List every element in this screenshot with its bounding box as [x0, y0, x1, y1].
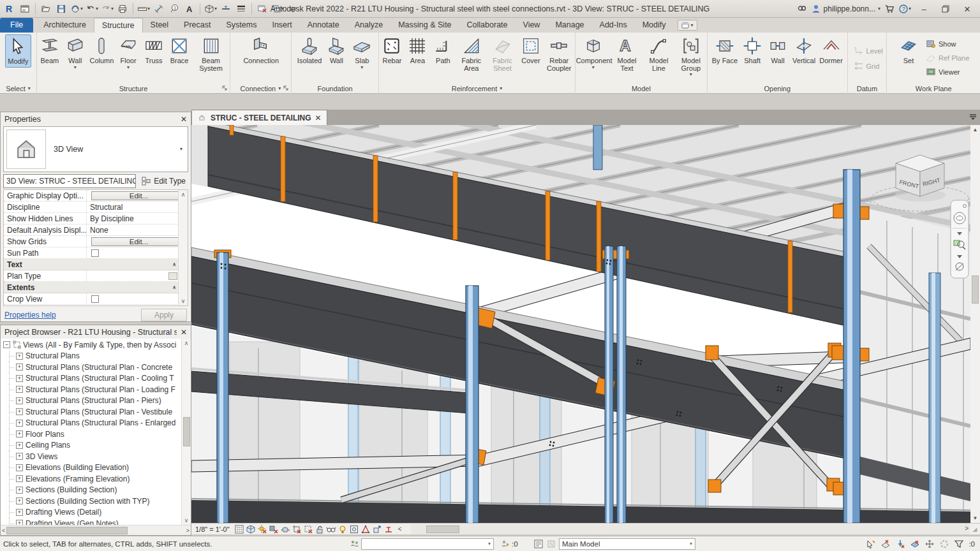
revit-logo[interactable]: R [3, 1, 17, 17]
apply-button[interactable]: Apply [141, 309, 187, 321]
3d-model-view[interactable]: FRONT RIGHT [191, 125, 970, 523]
collapse-chevron-icon[interactable]: ∧ [172, 284, 176, 290]
model-line-button[interactable]: Model Line [642, 34, 674, 73]
user-account[interactable]: philippe.bonn... ▾ [811, 4, 880, 14]
dropdown-caret-icon[interactable]: ▾ [147, 6, 150, 11]
show-work-plane-button[interactable]: Show [924, 38, 971, 50]
shadows-icon[interactable] [268, 524, 279, 534]
tree-item[interactable]: +Elevations (Framing Elevation) [1, 473, 191, 485]
select-pinned-icon[interactable] [895, 539, 905, 549]
minimize-button[interactable]: – [915, 2, 933, 16]
fabric-sheet-button[interactable]: Fabric Sheet [487, 34, 518, 73]
tree-item[interactable]: +Drafting Views (Detail) [1, 507, 191, 518]
property-row[interactable]: Crop View [4, 293, 188, 305]
property-section[interactable]: Extents∧ [4, 282, 188, 293]
view-scale[interactable]: 1/8" = 1'-0" [191, 525, 234, 533]
sun-path-icon[interactable] [256, 524, 268, 534]
project-browser-header[interactable]: Project Browser - R21 LTU Housing - Stru… [1, 325, 191, 339]
property-row[interactable]: Show GridsEdit... [4, 236, 188, 247]
resize-grip[interactable]: ◢ [970, 524, 980, 534]
dialog-launcher-icon[interactable] [222, 85, 228, 92]
edit-button[interactable]: Edit... [91, 237, 186, 246]
tree-item[interactable]: +Sections (Building Section) [1, 485, 191, 496]
tree-item[interactable]: +3D Views [1, 451, 191, 462]
tag-icon[interactable]: 1 [167, 1, 181, 17]
select-links-icon[interactable] [866, 539, 876, 549]
level-button[interactable]: 1Level [852, 45, 885, 57]
default-3d-view-icon[interactable]: ▾ [204, 1, 218, 17]
scrollbar-thumb[interactable] [972, 276, 979, 304]
editing-requests-icon[interactable] [500, 539, 510, 549]
tab-file[interactable]: File [0, 18, 33, 33]
section-icon[interactable] [219, 1, 233, 17]
file-window-icon[interactable] [18, 1, 32, 17]
close-button[interactable]: ✕ [958, 2, 976, 16]
tree-item[interactable]: +Floor Plans [1, 429, 191, 440]
tree-root-views[interactable]: − Views (All - By Family & Type, then by… [1, 339, 191, 351]
dialog-launcher-icon[interactable] [283, 85, 289, 92]
ref-plane-button[interactable]: Ref Plane [924, 52, 971, 64]
tree-item[interactable]: +Structural Plans (Structural Plans - En… [1, 418, 191, 429]
truss-button[interactable]: Truss [141, 34, 167, 66]
tab-architecture[interactable]: Architecture [36, 18, 94, 33]
close-view-icon[interactable]: ✕ [315, 114, 322, 122]
edit-type-button[interactable]: Edit Type [138, 175, 188, 187]
panel-label-foundation[interactable]: Foundation [292, 83, 379, 94]
connection-button[interactable]: Connection [241, 34, 279, 66]
type-selector[interactable]: 3D View ▾ [3, 126, 188, 172]
tab-collaborate[interactable]: Collaborate [459, 18, 516, 33]
tree-item[interactable]: +Structural Plans (Structural Plan - Pie… [1, 395, 191, 407]
panel-label-datum[interactable]: Datum [848, 83, 887, 94]
steering-wheel-icon[interactable] [954, 212, 965, 224]
tree-item[interactable]: +Structural Plans [1, 351, 191, 362]
measure-icon[interactable]: ▾ [137, 1, 151, 17]
tab-analyze[interactable]: Analyze [347, 18, 390, 33]
vertical-opening-button[interactable]: Vertical [791, 34, 817, 66]
slab-button[interactable]: Slab▾ [349, 34, 375, 71]
edit-button[interactable]: Edit... [91, 191, 186, 200]
ribbon-display-options[interactable]: ▾ [678, 20, 697, 31]
tab-steel[interactable]: Steel [143, 18, 177, 33]
background-processes-icon[interactable] [939, 539, 949, 549]
design-options-icon[interactable] [533, 539, 544, 549]
dropdown-caret-icon[interactable]: ▾ [96, 6, 98, 11]
thin-lines-icon[interactable] [234, 1, 248, 17]
dropdown-caret-icon[interactable]: ▾ [214, 6, 217, 11]
model-text-button[interactable]: AModel Text [611, 34, 643, 73]
wall-opening-button[interactable]: Wall [765, 34, 791, 66]
worksets-icon[interactable] [350, 539, 360, 549]
help-icon[interactable]: ?▾ [898, 4, 911, 14]
tree-item[interactable]: +Structural Plans (Structural Plan - Loa… [1, 384, 191, 395]
modify-button[interactable]: Modify [5, 34, 31, 68]
tab-modify[interactable]: Modify [635, 18, 674, 33]
close-hidden-windows-icon[interactable] [255, 1, 269, 17]
design-option-dropdown[interactable]: Main Model ▾ [559, 538, 695, 550]
scrollbar-thumb[interactable] [426, 525, 459, 533]
dropdown-caret-icon[interactable]: ▾ [180, 147, 182, 152]
canvas-vertical-scrollbar[interactable]: ▲ ▼ [970, 125, 980, 523]
property-row[interactable]: Show Hidden LinesBy Discipline [4, 213, 188, 224]
tree-item[interactable]: +Structural Plans (Structural Plan - Coo… [1, 373, 191, 385]
aligned-dimension-icon[interactable] [152, 1, 166, 17]
analytical-model-icon[interactable] [360, 524, 371, 534]
properties-help-link[interactable]: Properties help [4, 311, 56, 320]
search-icon[interactable] [797, 4, 807, 14]
tree-item[interactable]: +Drafting Views (Gen Notes) [1, 518, 191, 525]
isolated-foundation-button[interactable]: Isolated [295, 34, 324, 66]
beam-system-button[interactable]: Beam System [192, 34, 230, 73]
fabric-area-button[interactable]: Fabric Area [456, 34, 487, 73]
shaft-opening-button[interactable]: Shaft [739, 34, 765, 66]
print-icon[interactable] [115, 1, 130, 17]
floor-button[interactable]: Floor▾ [115, 34, 141, 71]
temporary-hide-isolate-icon[interactable] [325, 524, 337, 534]
collapse-control-bar-icon[interactable]: < [394, 524, 406, 534]
render-icon[interactable] [279, 524, 291, 534]
property-row[interactable]: Graphic Display Opti...Edit... [4, 190, 188, 202]
browse-button[interactable] [168, 272, 177, 280]
beam-button[interactable]: Beam [37, 34, 63, 66]
view-type-dropdown[interactable]: 3D View: STRUC - STEEL DETAILING ▾ [3, 174, 136, 188]
undo-icon[interactable]: ▾ [85, 1, 99, 17]
restore-button[interactable] [937, 2, 954, 16]
scrollbar-thumb[interactable] [6, 527, 128, 534]
view-tab-list-icon[interactable] [969, 113, 977, 122]
